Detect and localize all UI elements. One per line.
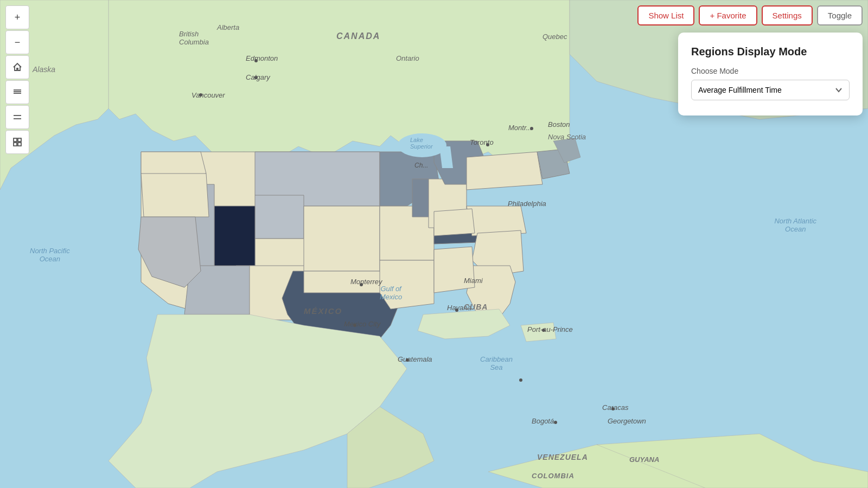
svg-rect-22 [14,143,17,146]
svg-point-13 [611,407,615,410]
show-list-button[interactable]: Show List [637,5,694,25]
svg-point-6 [530,127,533,130]
svg-point-8 [353,324,356,327]
svg-rect-23 [18,143,21,146]
zoom-out-button[interactable]: − [5,30,29,54]
svg-point-12 [519,378,522,382]
mode-select[interactable]: Average Fulfillment TimeOrder CountReven… [691,80,850,100]
svg-point-7 [360,283,363,286]
layers-button[interactable] [5,80,29,104]
top-right-buttons: Show List + Favorite Settings Toggle [637,5,863,25]
settings-panel: Regions Display Mode Choose Mode Average… [678,33,863,115]
svg-point-1 [398,133,446,157]
svg-point-3 [254,76,258,79]
toggle-button[interactable]: Toggle [817,5,863,25]
zoom-in-button[interactable]: + [5,5,29,29]
choose-mode-label: Choose Mode [691,67,850,75]
svg-rect-21 [18,138,21,142]
svg-point-5 [486,143,489,146]
map-container: Alaska North PacificOcean North Atlantic… [0,0,868,488]
svg-rect-20 [14,138,17,142]
svg-point-4 [199,93,202,97]
grid-button[interactable] [5,130,29,154]
home-button[interactable] [5,55,29,79]
svg-point-11 [542,329,545,332]
favorite-button[interactable]: + Favorite [699,5,757,25]
settings-panel-title: Regions Display Mode [691,46,850,58]
svg-point-2 [254,59,258,62]
svg-point-10 [455,309,458,312]
left-toolbar: + − [5,5,29,154]
svg-point-9 [406,358,409,362]
svg-point-14 [554,421,557,424]
settings-button[interactable]: Settings [762,5,813,25]
menu-button[interactable] [5,105,29,129]
